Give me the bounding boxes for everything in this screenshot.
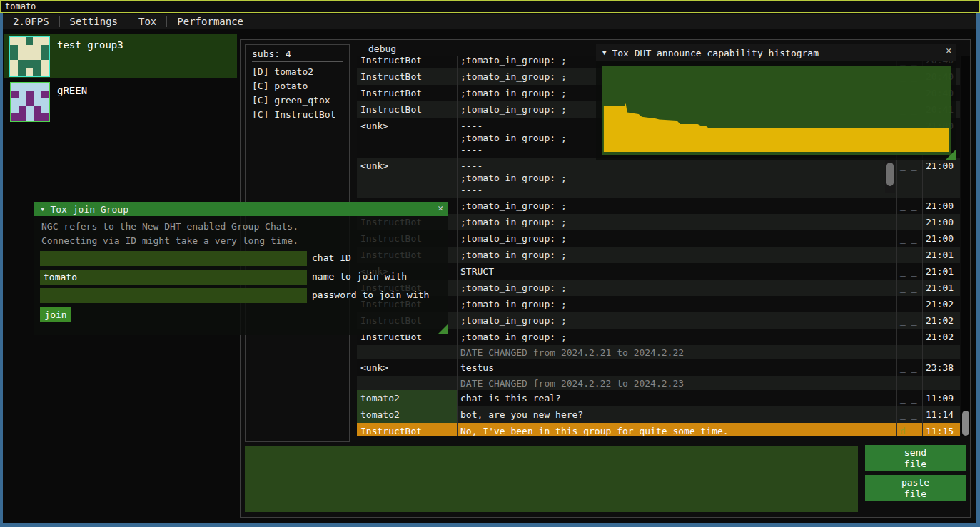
avatar-pixel [10,37,18,45]
message-cell-scrollbar[interactable] [885,160,895,193]
join-group-window[interactable]: ▼ Tox join Group ✕ NGC refers to the New… [34,202,448,335]
avatar-pixel [33,60,41,68]
avatar-pixel [41,83,49,91]
avatar-pixel [26,106,34,113]
sender-name: InstructBot [357,56,457,68]
close-icon[interactable]: ✕ [946,45,951,56]
join-name-label: name to join with [312,271,407,282]
message-flags [896,345,922,359]
sidebar-group-gREEN[interactable]: gREEN [4,79,237,123]
avatar-pixel [34,91,41,98]
send-file-button[interactable]: send file [865,445,966,471]
sender-name: tomato2 [357,390,457,406]
sender-name: InstructBot [357,85,457,101]
member-item[interactable]: [D] tomato2 [252,66,313,77]
message-text: ;tomato_in_group: ; [457,198,896,214]
chat-message-row[interactable]: InstructBotNo, I've been in this group f… [357,423,960,436]
chat-id-input[interactable] [40,251,307,266]
message-time: 21:01 [922,247,960,263]
avatar-pixel [11,98,19,106]
tab-debug[interactable]: debug [363,42,455,56]
resize-grip-icon[interactable] [438,324,448,334]
message-flags: _ _ [896,406,922,423]
avatar-pixel [33,53,41,61]
column-divider [457,56,458,436]
avatar-pixel [26,113,34,121]
message-flags: d _ [896,423,922,436]
menu-item-performance[interactable]: Performance [167,14,253,29]
message-text: STRUCT [457,263,896,280]
window-frame-left [0,13,3,523]
message-input[interactable] [245,446,858,512]
avatar-pixel [26,98,34,106]
message-time: 21:00 [922,214,960,230]
avatar-pixel [34,113,41,121]
histogram-area-series [602,66,951,155]
avatar-pixel [18,60,26,68]
collapse-arrow-icon[interactable]: ▼ [602,49,606,56]
join-name-input[interactable] [40,270,307,285]
avatar-pixel [19,98,26,106]
avatar-pixel [34,83,41,91]
chat-scrollbar[interactable] [961,56,970,436]
group-avatar [9,36,50,77]
sender-name: InstructBot [357,68,457,85]
member-item[interactable]: [C] green_qtox [252,95,330,106]
chat-date-row[interactable]: DATE CHANGED from 2024.2.22 to 2024.2.23 [357,376,960,390]
message-flags: _ _ [896,198,922,214]
collapse-arrow-icon[interactable]: ▼ [41,205,44,213]
join-description-line2: Connecting via ID might take a very long… [41,235,298,246]
histogram-window-titlebar[interactable]: ▼ Tox DHT announce capability histogram … [596,44,956,61]
close-icon[interactable]: ✕ [438,203,443,213]
scrollbar-thumb[interactable] [886,163,894,186]
chat-message-row[interactable]: <unk>---- ;tomato_in_group: ; ----_ _21:… [357,158,960,198]
subs-count-label: subs: 4 [252,48,291,59]
avatar-pixel [26,37,34,45]
avatar-pixel [19,91,26,98]
avatar-pixel [11,113,19,121]
message-time: 21:02 [922,312,960,329]
menu-item-fps[interactable]: 2.0FPS [3,14,59,29]
avatar-pixel [18,68,26,76]
chat-message-row[interactable]: tomato2bot, are you new here?_ _11:14 [357,406,960,423]
chat-message-row[interactable]: <unk>testus_ _23:38 [357,359,960,376]
menu-item-settings[interactable]: Settings [60,14,128,29]
app-window: tomato 2.0FPS Settings Tox Performance t… [0,0,980,527]
message-flags: _ _ [896,214,922,230]
window-titlebar[interactable]: tomato [0,0,980,13]
message-flags: _ _ [896,158,922,198]
window-title: tomato [5,1,36,11]
chat-date-row[interactable]: DATE CHANGED from 2024.2.21 to 2024.2.22 [357,345,960,359]
join-window-titlebar[interactable]: ▼ Tox join Group ✕ [34,202,448,216]
message-text: ;tomato_in_group: ; [457,296,896,312]
resize-grip-icon[interactable] [946,150,956,160]
avatar-pixel [19,106,26,113]
avatar-pixel [11,91,19,98]
separator [252,61,343,62]
message-flags: _ _ [896,390,922,406]
menu-item-tox[interactable]: Tox [128,14,166,29]
avatar-pixel [41,91,49,98]
message-text: ;tomato_in_group: ; [457,312,896,329]
avatar-pixel [41,113,49,121]
date-changed-text: DATE CHANGED from 2024.2.21 to 2024.2.22 [457,345,896,359]
message-time: 21:00 [922,230,960,247]
scrollbar-thumb[interactable] [962,411,969,436]
avatar-pixel [26,53,34,61]
join-button[interactable]: join [40,307,71,322]
join-password-label: password to join with [312,290,429,300]
message-text: bot, are you new here? [457,406,896,423]
member-item[interactable]: [C] InstructBot [252,109,335,120]
sidebar-group-test_group3[interactable]: test_group3 [4,34,237,78]
histogram-window[interactable]: ▼ Tox DHT announce capability histogram … [596,44,956,160]
chat-message-row[interactable]: tomato2chat is this real?_ _11:09 [357,390,960,406]
join-window-title: Tox join Group [50,204,128,215]
join-password-input[interactable] [40,288,307,303]
message-time: 21:00 [922,198,960,214]
date-changed-text: DATE CHANGED from 2024.2.22 to 2024.2.23 [457,376,896,390]
member-item[interactable]: [C] potato [252,81,308,91]
avatar-pixel [41,45,49,53]
menu-bar: 2.0FPS Settings Tox Performance [3,14,976,29]
avatar-pixel [10,68,18,76]
paste-file-button[interactable]: paste file [865,475,966,501]
